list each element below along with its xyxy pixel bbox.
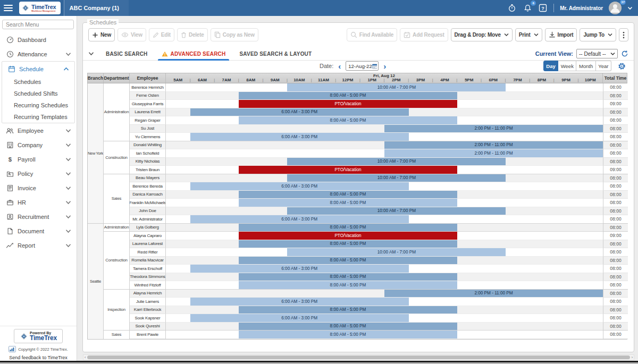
scrollbar-thumb[interactable]	[87, 355, 630, 359]
shift-bar[interactable]: 8:00 AM - 5:00 PM	[239, 240, 457, 248]
sidebar-item-invoice[interactable]: Invoice	[0, 181, 77, 195]
tab-basic-search[interactable]: BASIC SEARCH	[99, 47, 155, 61]
employee-cell[interactable]: Mr. Administrator	[130, 215, 166, 224]
employee-cell[interactable]: Brent Pawle	[130, 331, 166, 339]
employee-cell[interactable]: Ian Schofield	[130, 149, 166, 158]
collapse-search-chevron-icon[interactable]	[83, 52, 99, 56]
shift-bar[interactable]: 10:00 AM - 7:00 PM	[287, 248, 506, 256]
employee-cell[interactable]: Karri Ellerbrock	[130, 306, 166, 315]
tab-advanced-search[interactable]: ADVANCED SEARCH	[155, 47, 233, 61]
sidebar-item-recruitment[interactable]: Recruitment	[0, 209, 77, 224]
shift-bar[interactable]: 8:00 AM - 5:00 PM	[239, 116, 457, 124]
view-year-button[interactable]: Year	[596, 61, 611, 71]
employee-cell[interactable]: Danica Karroach	[130, 191, 166, 199]
employee-cell[interactable]: Romelia Macvicar	[130, 257, 166, 265]
avatar[interactable]: 37	[609, 2, 622, 14]
pto-shift-bar[interactable]: PTO/Vacation	[239, 232, 457, 240]
employee-cell[interactable]: Laurena Laforest	[130, 240, 166, 249]
drag-drop-move-button[interactable]: Drag & Drop: Move	[451, 28, 513, 41]
employee-cell[interactable]: Redd Rifler	[130, 248, 166, 257]
shift-bar[interactable]: 6:00 AM - 3:00 PM	[190, 298, 409, 306]
edit-button[interactable]: Edit	[149, 28, 174, 41]
print-button[interactable]: Print	[515, 28, 542, 41]
employee-cell[interactable]: Yu Clemmens	[130, 133, 166, 141]
shift-bar[interactable]: 8:00 AM - 5:00 PM	[239, 257, 457, 265]
powered-by-box[interactable]: Powered ByTimeTrex	[14, 329, 63, 343]
employee-cell[interactable]: Ferne Osten	[130, 92, 166, 100]
employee-cell[interactable]: Franklin McMichaels	[130, 199, 166, 207]
date-input[interactable]: 12-Aug-22	[346, 61, 379, 71]
sidebar-item-hr[interactable]: HR	[0, 195, 77, 209]
submenu-item-recurring-templates[interactable]: Recurring Templates	[2, 111, 74, 123]
shift-bar[interactable]: 8:00 AM - 5:00 PM	[239, 92, 457, 100]
shift-bar[interactable]: 10:00 AM - 7:00 PM	[287, 207, 506, 215]
horizontal-scrollbar[interactable]: ‹ ›	[83, 354, 634, 360]
shift-bar[interactable]: 8:00 AM - 5:00 PM	[239, 224, 457, 232]
current-view-select[interactable]: -- Default --	[576, 49, 618, 58]
shift-bar[interactable]: 10:00 AM - 7:00 PM	[287, 83, 506, 91]
employee-cell[interactable]: Tamera Erschoff	[130, 265, 166, 273]
view-day-button[interactable]: Day	[543, 61, 558, 71]
timetrex-logo[interactable]: TimeTrexWorkforce Management	[19, 2, 61, 14]
shift-bar[interactable]: 8:00 AM - 5:00 PM	[239, 331, 457, 338]
employee-cell[interactable]: Kitty Nicholas	[130, 158, 166, 166]
prev-date-button[interactable]: ‹	[338, 62, 341, 70]
help-icon[interactable]: ?	[538, 3, 548, 13]
employee-cell[interactable]: Su Jost	[130, 125, 166, 133]
employee-cell[interactable]: Laurena Errett	[130, 108, 166, 117]
sidebar-item-company[interactable]: Company	[0, 138, 77, 152]
pto-shift-bar[interactable]: PTO/Vacation	[239, 100, 457, 108]
search-menu-input[interactable]: Search Menu	[2, 20, 74, 29]
employee-cell[interactable]: Julie Lamers	[130, 298, 166, 306]
shift-bar[interactable]: 8:00 AM - 5:00 PM	[239, 306, 457, 314]
copy-as-new-button[interactable]: Copy as New	[211, 28, 258, 41]
timeclock-icon[interactable]	[507, 3, 517, 13]
sidebar-item-dashboard[interactable]: Dashboard	[0, 32, 77, 47]
sidebar-item-document[interactable]: Document	[0, 224, 77, 238]
shift-bar[interactable]: 6:00 AM - 3:00 PM	[190, 314, 409, 322]
employee-cell[interactable]: John Doe	[130, 207, 166, 216]
employee-cell[interactable]: Berenice Bereda	[130, 182, 166, 191]
tab-saved-search-layout[interactable]: SAVED SEARCH & LAYOUT	[232, 47, 318, 61]
jump-to-button[interactable]: Jump To	[580, 28, 616, 41]
submenu-item-scheduled-shifts[interactable]: Scheduled Shifts	[2, 88, 74, 99]
employee-cell[interactable]: Alayna Hemrich	[130, 290, 166, 298]
shift-bar[interactable]: 2:00 PM - 11:00 PM	[384, 149, 603, 157]
employee-cell[interactable]: Berenice Hemrich	[130, 83, 166, 92]
shift-bar[interactable]: 6:00 AM - 3:00 PM	[190, 182, 409, 190]
hamburger-menu-icon[interactable]	[0, 0, 17, 16]
employee-cell[interactable]: Winfred Fitzloff	[130, 281, 166, 290]
add-request-button[interactable]: Add Request	[400, 28, 448, 41]
employee-cell[interactable]: Beau Mayers	[130, 174, 166, 183]
shift-bar[interactable]: 6:00 AM - 3:00 PM	[190, 108, 409, 116]
employee-cell[interactable]: Lyla Golberg	[130, 224, 166, 232]
employee-cell[interactable]: Giuseppina Farris	[130, 100, 166, 108]
shift-bar[interactable]: 6:00 AM - 3:00 PM	[190, 265, 409, 273]
view-month-button[interactable]: Month	[576, 61, 595, 71]
settings-gear-icon[interactable]	[616, 60, 627, 72]
submenu-item-schedules[interactable]: Schedules	[2, 76, 74, 88]
employee-cell[interactable]: Theodora Simmons	[130, 273, 166, 282]
shift-bar[interactable]: 6:00 AM - 3:00 PM	[190, 215, 409, 223]
employee-cell[interactable]: Alayna Capraro	[130, 232, 166, 240]
sidebar-item-schedule[interactable]: Schedule	[2, 62, 74, 76]
sidebar-item-policy[interactable]: Policy	[0, 166, 77, 181]
view-week-button[interactable]: Week	[558, 61, 576, 71]
scroll-right-arrow[interactable]: ›	[632, 355, 633, 359]
employee-cell[interactable]: Sook Qureshi	[130, 323, 166, 331]
shift-bar[interactable]: 2:00 PM - 11:00 PM	[384, 125, 603, 133]
scroll-left-arrow[interactable]: ‹	[85, 355, 86, 359]
view-button[interactable]: View	[117, 28, 146, 41]
more-button[interactable]	[619, 28, 628, 41]
shift-bar[interactable]: 10:00 AM - 7:00 PM	[287, 174, 506, 182]
shift-bar[interactable]: 8:00 AM - 5:00 PM	[239, 191, 457, 199]
next-date-button[interactable]: ›	[383, 62, 386, 70]
sidebar-item-payroll[interactable]: $Payroll	[0, 152, 77, 166]
shift-bar[interactable]: 8:00 AM - 5:00 PM	[239, 281, 457, 289]
shift-bar[interactable]: 6:00 AM - 3:00 PM	[190, 133, 409, 141]
new-button[interactable]: New	[88, 28, 115, 41]
shift-bar[interactable]: 2:00 PM - 11:00 PM	[384, 141, 603, 149]
employee-cell[interactable]: Regan Graper	[130, 116, 166, 125]
company-tab[interactable]: ABC Company (1)	[64, 0, 129, 16]
employee-cell[interactable]: Donald Whitling	[130, 141, 166, 150]
